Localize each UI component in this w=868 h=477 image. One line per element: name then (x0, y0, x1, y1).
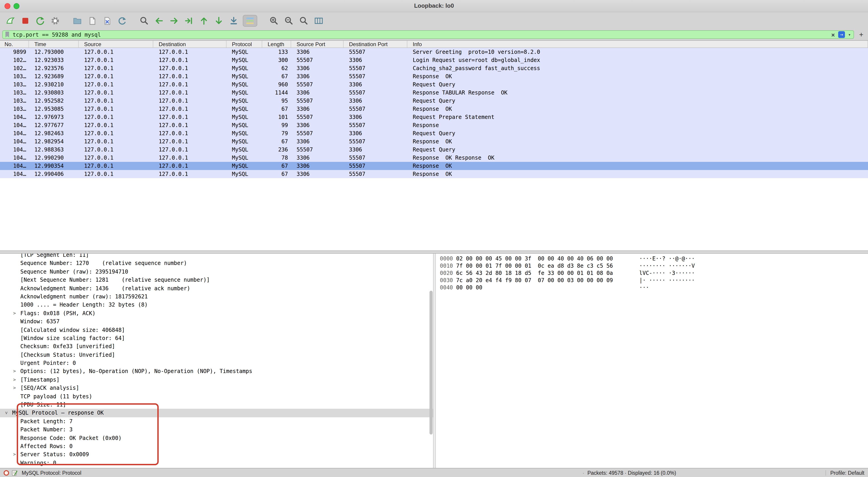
detail-line[interactable]: TCP payload (11 bytes) (0, 392, 433, 400)
detail-line[interactable]: >Server Status: 0x0009 (0, 451, 433, 459)
detail-line[interactable]: [Next Sequence Number: 1281 (relative se… (0, 276, 433, 284)
table-row[interactable]: 104…12.990406127.0.0.1127.0.0.1MySQL6733… (0, 170, 868, 178)
hex-row[interactable]: 000002 00 00 00 45 00 00 3f 00 00 40 00 … (436, 255, 868, 262)
expert-info-icon[interactable] (4, 470, 9, 475)
table-row[interactable]: 103…12.930803127.0.0.1127.0.0.1MySQL1144… (0, 89, 868, 97)
hex-row[interactable]: 00206c 56 43 2d 80 18 18 d5 fe 33 00 00 … (436, 269, 868, 277)
column-header-source[interactable]: Source (79, 41, 153, 48)
filter-add-button[interactable]: + (857, 30, 866, 39)
start-capture-button[interactable] (4, 15, 16, 26)
detail-line[interactable]: Sequence Number (raw): 2395194710 (0, 268, 433, 276)
column-header-info[interactable]: Info (407, 41, 868, 48)
filter-dropdown-icon[interactable]: ▾ (848, 32, 851, 37)
detail-line[interactable]: >[SEQ/ACK analysis] (0, 384, 433, 392)
reload-file-button[interactable] (116, 15, 127, 26)
collapse-icon[interactable]: > (2, 411, 11, 415)
detail-hex-splitter[interactable] (433, 254, 436, 468)
capture-comment-icon[interactable] (12, 470, 18, 476)
detail-line[interactable]: >Flags: 0x018 (PSH, ACK) (0, 309, 433, 318)
cell-no: 103… (0, 105, 29, 113)
go-back-button[interactable] (153, 15, 164, 26)
table-row[interactable]: 104…12.977677127.0.0.1127.0.0.1MySQL9933… (0, 121, 868, 129)
window-title: Loopback: lo0 (0, 0, 868, 12)
close-file-button[interactable] (101, 15, 113, 26)
table-row[interactable]: 103…12.930210127.0.0.1127.0.0.1MySQL9605… (0, 81, 868, 89)
column-header-time[interactable]: Time (29, 41, 79, 48)
detail-line[interactable]: >[Timestamps] (0, 376, 433, 384)
expand-icon[interactable]: > (12, 451, 17, 459)
detail-line[interactable]: [Checksum Status: Unverified] (0, 351, 433, 359)
detail-line[interactable]: Acknowledgment number (raw): 1817592621 (0, 293, 433, 301)
detail-line[interactable]: 1000 .... = Header Length: 32 bytes (8) (0, 301, 433, 309)
open-file-button[interactable] (71, 15, 83, 26)
hex-row[interactable]: 004000 00 00··· (436, 284, 868, 291)
table-row[interactable]: 104…12.990290127.0.0.1127.0.0.1MySQL7833… (0, 154, 868, 162)
zoom-window-button[interactable] (13, 3, 20, 9)
detail-line[interactable]: Affected Rows: 0 (0, 442, 433, 451)
go-first-packet-button[interactable] (198, 15, 209, 26)
expand-icon[interactable]: > (12, 384, 17, 392)
detail-line[interactable]: >MySQL Protocol – response OK (0, 409, 433, 417)
table-row[interactable]: 104…12.982463127.0.0.1127.0.0.1MySQL7955… (0, 129, 868, 138)
zoom-out-button[interactable] (283, 15, 294, 26)
column-header-length[interactable]: Length (262, 41, 291, 48)
table-row[interactable]: 104…12.988363127.0.0.1127.0.0.1MySQL2365… (0, 146, 868, 154)
column-header-destination[interactable]: Destination (153, 41, 226, 48)
cell-dst_port: 55507 (344, 48, 407, 56)
column-header-protocol[interactable]: Protocol (226, 41, 262, 48)
expand-icon[interactable]: > (12, 367, 17, 376)
resize-columns-button[interactable] (313, 15, 324, 26)
filter-bookmark-icon[interactable] (4, 31, 10, 38)
table-row[interactable]: 104…12.990354127.0.0.1127.0.0.1MySQL6733… (0, 162, 868, 170)
go-to-packet-button[interactable] (183, 15, 194, 26)
colorize-packets-button[interactable] (243, 15, 257, 26)
filter-apply-icon[interactable]: → (838, 31, 845, 38)
detail-line[interactable]: Checksum: 0xfe33 [unverified] (0, 342, 433, 351)
table-row[interactable]: 103…12.952582127.0.0.1127.0.0.1MySQL9555… (0, 97, 868, 105)
detail-line[interactable]: Response Code: OK Packet (0x00) (0, 434, 433, 442)
detail-line[interactable]: [Calculated window size: 406848] (0, 326, 433, 334)
table-row[interactable]: 104…12.976973127.0.0.1127.0.0.1MySQL1015… (0, 113, 868, 121)
stop-capture-button[interactable] (20, 15, 31, 26)
table-row[interactable]: 989912.793000127.0.0.1127.0.0.1MySQL1333… (0, 48, 868, 56)
detail-line[interactable]: >Options: (12 bytes), No-Operation (NOP)… (0, 367, 433, 376)
pane-splitter[interactable] (0, 250, 868, 254)
detail-line[interactable]: [TCP Segment Len: 11] (0, 254, 433, 259)
detail-line[interactable]: Urgent Pointer: 0 (0, 359, 433, 367)
find-packet-button[interactable] (138, 15, 150, 26)
detail-line[interactable]: Warnings: 0 (0, 459, 433, 467)
detail-line[interactable]: Packet Number: 3 (0, 425, 433, 434)
hex-row[interactable]: 00107f 00 00 01 7f 00 00 01 0c ea d8 d3 … (436, 262, 868, 269)
column-header-destination-port[interactable]: Destination Port (344, 41, 407, 48)
expand-icon[interactable]: > (12, 309, 17, 318)
restart-capture-button[interactable] (34, 15, 46, 26)
table-row[interactable]: 102…12.923576127.0.0.1127.0.0.1MySQL6233… (0, 64, 868, 72)
cell-info: Login Request user=root db=global_index (407, 56, 868, 64)
column-header-source-port[interactable]: Source Port (291, 41, 344, 48)
go-forward-button[interactable] (168, 15, 180, 26)
hex-row[interactable]: 00307c a0 20 e4 f4 f9 80 07 07 00 00 03 … (436, 277, 868, 284)
table-row[interactable]: 104…12.982954127.0.0.1127.0.0.1MySQL6733… (0, 138, 868, 146)
expand-icon[interactable]: > (12, 376, 17, 384)
save-file-button[interactable] (86, 15, 98, 26)
detail-line[interactable]: Packet Length: 7 (0, 417, 433, 426)
detail-line[interactable]: Sequence Number: 1270 (relative sequence… (0, 259, 433, 268)
table-row[interactable]: 102…12.923033127.0.0.1127.0.0.1MySQL3005… (0, 56, 868, 64)
status-profile[interactable]: Profile: Default (825, 470, 864, 475)
column-header-no[interactable]: No. (0, 41, 29, 48)
filter-clear-icon[interactable]: × (831, 31, 835, 38)
go-last-packet-button[interactable] (213, 15, 224, 26)
auto-scroll-button[interactable] (228, 15, 239, 26)
close-window-button[interactable] (4, 3, 10, 9)
detail-line[interactable]: Acknowledgment Number: 1436 (relative ac… (0, 284, 433, 293)
detail-line[interactable]: Window: 6357 (0, 318, 433, 326)
table-row[interactable]: 103…12.923689127.0.0.1127.0.0.1MySQL6733… (0, 72, 868, 81)
zoom-reset-button[interactable] (298, 15, 309, 26)
capture-options-button[interactable] (49, 15, 61, 26)
table-row[interactable]: 103…12.953085127.0.0.1127.0.0.1MySQL6733… (0, 105, 868, 113)
detail-line[interactable]: [Window size scaling factor: 64] (0, 334, 433, 342)
detail-line[interactable]: [PDU Size: 11] (0, 400, 433, 409)
detail-scrollbar[interactable] (430, 291, 433, 435)
display-filter-input[interactable]: tcp.port == 59288 and mysql × → ▾ (2, 30, 854, 39)
zoom-in-button[interactable] (268, 15, 279, 26)
